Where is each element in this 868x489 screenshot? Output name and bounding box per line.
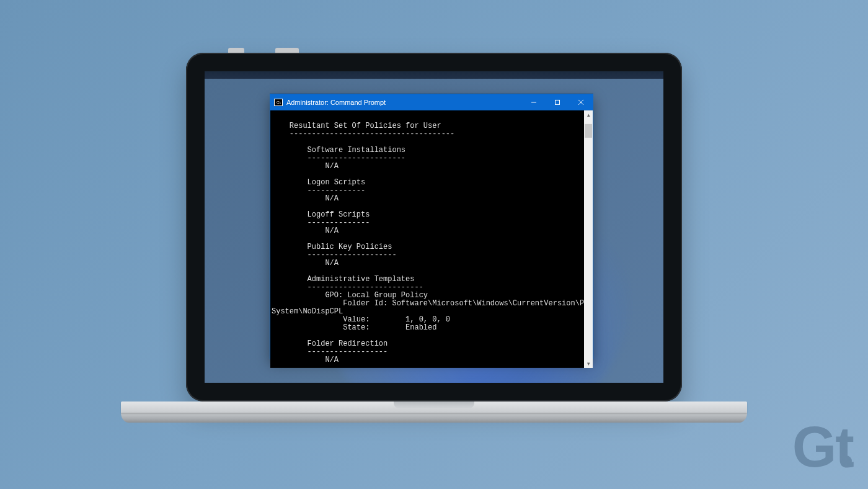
laptop-base (121, 402, 747, 425)
maximize-button[interactable] (546, 94, 569, 110)
scroll-thumb[interactable] (585, 124, 592, 138)
minimize-button[interactable] (522, 94, 546, 110)
command-prompt-window: C:\ Administrator: Command Prompt Result… (270, 94, 593, 359)
desktop-screen: C:\ Administrator: Command Prompt Result… (205, 71, 663, 383)
cmd-scrollbar[interactable]: ▴ ▾ (584, 110, 593, 368)
cmd-titlebar[interactable]: C:\ Administrator: Command Prompt (270, 94, 593, 110)
desktop-top-strip (205, 71, 663, 79)
watermark-g: G (792, 424, 833, 470)
laptop-device-frame: C:\ Administrator: Command Prompt Result… (186, 53, 682, 402)
screen-bezel: C:\ Administrator: Command Prompt Result… (186, 53, 682, 402)
scroll-down-icon[interactable]: ▾ (584, 359, 593, 368)
brand-watermark: G t (792, 424, 851, 470)
cmd-icon: C:\ (274, 99, 283, 106)
cmd-window-title: Administrator: Command Prompt (286, 99, 522, 106)
device-top-buttons (228, 48, 299, 53)
scroll-up-icon[interactable]: ▴ (584, 110, 593, 119)
close-button[interactable] (569, 94, 593, 110)
cmd-output[interactable]: Resultant Set Of Policies for User -----… (270, 110, 584, 368)
watermark-t: t (835, 424, 851, 470)
svg-rect-1 (556, 100, 560, 104)
